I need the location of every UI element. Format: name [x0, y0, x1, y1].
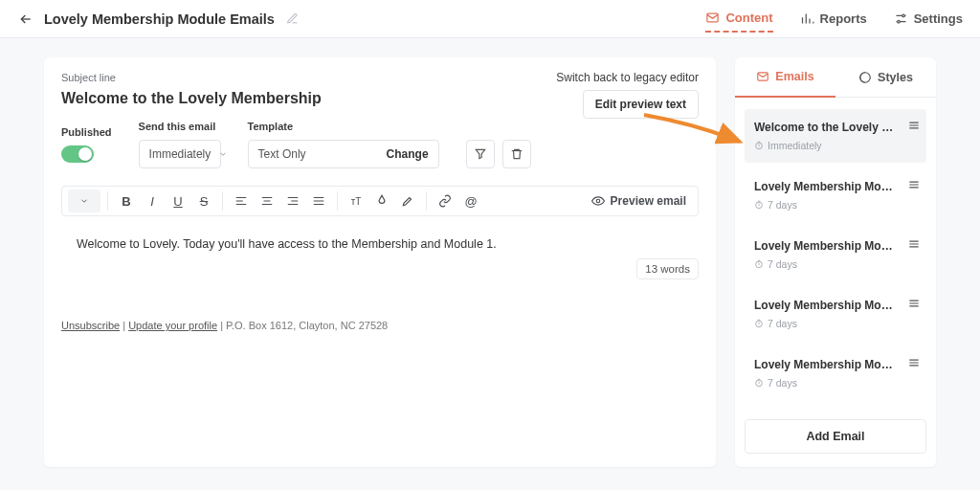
template-selector: Text Only Change — [248, 140, 439, 168]
update-profile-link[interactable]: Update your profile — [128, 320, 217, 331]
editor-card: Subject line Switch back to legacy edito… — [44, 57, 716, 467]
nav-content[interactable]: Content — [705, 5, 772, 33]
chart-icon — [800, 11, 814, 26]
email-item-meta: 7 days — [754, 199, 917, 211]
svg-point-2 — [897, 20, 900, 23]
strikethrough-button[interactable]: S — [192, 189, 215, 212]
eye-icon — [591, 194, 605, 208]
published-label: Published — [61, 126, 112, 138]
font-size-button[interactable]: тT — [345, 189, 368, 212]
email-list-item[interactable]: Lovely Membership Module 27 days — [745, 168, 926, 222]
clock-icon — [754, 259, 764, 269]
edit-title-icon[interactable] — [286, 12, 300, 26]
send-schedule-select[interactable]: Immediately — [139, 140, 221, 168]
clock-icon — [754, 319, 764, 328]
align-center-button[interactable] — [256, 189, 278, 212]
subject-label: Subject line — [61, 72, 116, 83]
sidebar-tab-emails[interactable]: Emails — [735, 57, 835, 98]
nav-reports[interactable]: Reports — [800, 6, 867, 32]
email-item-meta: 7 days — [754, 258, 917, 270]
nav-content-label: Content — [725, 11, 772, 25]
drag-handle-icon[interactable] — [907, 178, 921, 191]
edit-preview-text-button[interactable]: Edit preview text — [583, 90, 699, 119]
editor-toolbar: B I U S тT @ Preview email — [61, 186, 699, 216]
paragraph-style-select[interactable] — [68, 189, 100, 212]
drag-handle-icon[interactable] — [907, 237, 921, 251]
published-toggle[interactable] — [61, 145, 94, 163]
clock-icon — [754, 141, 764, 150]
clock-icon — [754, 200, 764, 210]
link-button[interactable] — [434, 189, 457, 212]
preview-email-button[interactable]: Preview email — [586, 189, 692, 212]
send-this-email-label: Send this email — [139, 121, 221, 132]
page-title: Lovely Membership Module Emails — [44, 11, 275, 27]
sidebar-tab-styles[interactable]: Styles — [835, 57, 936, 98]
svg-point-3 — [596, 199, 600, 203]
word-count: 13 words — [636, 258, 699, 279]
svg-point-1 — [902, 14, 904, 17]
sidebar: Emails Styles Welcome to the Lovely Memb… — [735, 57, 936, 467]
sliders-icon — [894, 11, 908, 26]
email-item-title: Lovely Membership Module 5 — [754, 358, 917, 371]
email-item-meta: Immediately — [754, 140, 917, 151]
editor-footer: Unsubscribe | Update your profile | P.O.… — [61, 320, 699, 331]
sidebar-tab-emails-label: Emails — [775, 70, 813, 83]
italic-button[interactable]: I — [141, 189, 164, 212]
align-justify-button[interactable] — [307, 189, 330, 212]
unsubscribe-link[interactable]: Unsubscribe — [61, 320, 120, 331]
email-list-item[interactable]: Lovely Membership Module 57 days — [745, 346, 926, 400]
drag-handle-icon[interactable] — [907, 297, 921, 310]
mail-icon — [756, 70, 769, 83]
email-item-meta: 7 days — [754, 377, 917, 389]
email-list-item[interactable]: Welcome to the Lovely Memb…Immediately — [745, 109, 926, 163]
email-item-title: Lovely Membership Module 3 — [754, 239, 917, 253]
nav-reports-label: Reports — [820, 11, 867, 26]
delete-button[interactable] — [502, 140, 531, 168]
nav-settings[interactable]: Settings — [894, 6, 963, 32]
email-item-title: Welcome to the Lovely Memb… — [754, 121, 917, 134]
add-email-button[interactable]: Add Email — [745, 419, 926, 454]
template-name: Text Only — [249, 147, 376, 161]
styles-icon — [858, 71, 872, 84]
color-button[interactable] — [370, 189, 393, 212]
drag-handle-icon[interactable] — [907, 356, 921, 369]
nav-settings-label: Settings — [914, 11, 963, 26]
back-arrow-icon[interactable] — [17, 11, 34, 28]
editor-body[interactable]: Welcome to Lovely. Today you'll have acc… — [61, 230, 699, 258]
email-item-meta: 7 days — [754, 318, 917, 329]
send-schedule-value: Immediately — [149, 147, 212, 161]
mention-button[interactable]: @ — [459, 189, 482, 212]
email-item-title: Lovely Membership Module 2 — [754, 180, 917, 193]
underline-button[interactable]: U — [167, 189, 189, 212]
sidebar-tab-styles-label: Styles — [878, 71, 913, 84]
filter-button[interactable] — [466, 140, 495, 168]
clock-icon — [754, 378, 764, 388]
email-list-item[interactable]: Lovely Membership Module 47 days — [745, 287, 926, 341]
email-list-item[interactable]: Lovely Membership Module 37 days — [745, 228, 926, 281]
template-change-button[interactable]: Change — [376, 147, 438, 161]
mail-icon — [705, 11, 720, 25]
drag-handle-icon[interactable] — [907, 119, 921, 132]
bold-button[interactable]: B — [115, 189, 138, 212]
align-right-button[interactable] — [281, 189, 304, 212]
template-label: Template — [248, 121, 439, 132]
highlight-button[interactable] — [396, 189, 419, 212]
chevron-down-icon — [218, 149, 228, 159]
switch-legacy-link[interactable]: Switch back to legacy editor — [556, 71, 699, 84]
footer-address: P.O. Box 1612, Clayton, NC 27528 — [226, 320, 388, 331]
preview-email-label: Preview email — [611, 194, 686, 208]
align-left-button[interactable] — [230, 189, 253, 212]
email-item-title: Lovely Membership Module 4 — [754, 299, 917, 312]
